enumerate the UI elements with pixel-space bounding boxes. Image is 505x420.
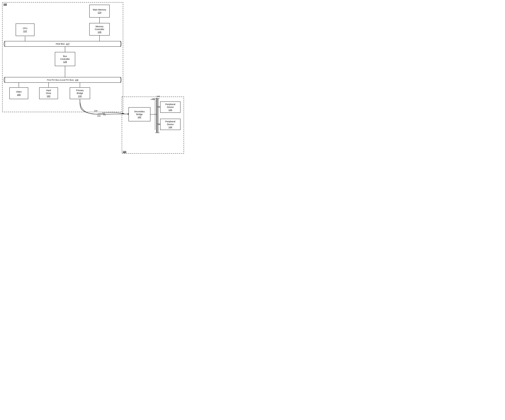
hard-drive-label: HardDrive [46,89,51,95]
label-110: 110 [123,150,126,153]
svg-text:140: 140 [156,95,160,98]
main-memory-box: Main Memory 124 [89,5,110,18]
main-memory-number: 124 [98,11,101,14]
memory-controller-box: MemoryController 126 [89,23,110,36]
peripheral-device-1-number: 144 [168,109,172,111]
primary-bridge-number: 132 [78,95,82,98]
video-label: Video [16,90,22,93]
secondary-bridge-box: SecondaryBridge 142 [128,107,151,121]
peripheral-device-2-box: PeripheralDevice 144 [160,119,181,130]
bus-controller-box: BusController 128 [55,52,75,66]
svg-marker-19 [127,113,128,115]
svg-marker-10 [122,113,125,114]
hard-drive-number: 182 [47,95,50,98]
label-102: 102 [3,3,7,5]
pci-bus: First PCI Bus (Local PCI Bus) 130 [5,77,121,83]
memory-controller-label: MemoryController [95,25,104,31]
peripheral-device-2-label: PeripheralDevice [165,120,175,126]
host-bus-label: Host Bus 127 [56,43,69,45]
svg-line-18 [104,112,106,116]
pci-bus-label: First PCI Bus (Local PCI Bus) 130 [47,79,78,81]
cpu-label: CPU [23,27,27,30]
video-box: Video 180 [9,87,28,99]
primary-bridge-label: PrimaryBridge [76,89,84,95]
diagram-container: Main Memory 124 MemoryController 126 CPU… [0,0,188,157]
main-memory-label: Main Memory [93,8,106,11]
cpu-number: 122 [23,30,27,33]
bus-controller-label: BusController [60,55,70,61]
bus-controller-number: 128 [63,61,67,63]
memory-controller-number: 126 [98,31,101,33]
host-bus: Host Bus 127 [5,41,121,47]
primary-bridge-box: PrimaryBridge 132 [70,87,90,99]
peripheral-device-1-label: PeripheralDevice [165,103,175,109]
secondary-bridge-number: 142 [138,116,141,118]
svg-text:104: 104 [97,115,101,117]
hard-drive-box: HardDrive 182 [39,87,58,99]
label-104: 104 [94,110,97,112]
video-number: 180 [17,93,20,96]
secondary-bridge-label: SecondaryBridge [134,110,145,116]
svg-line-17 [103,112,104,116]
label-140: 140 [152,98,155,100]
peripheral-device-2-number: 144 [168,126,172,129]
cpu-box: CPU 122 [16,24,34,36]
peripheral-device-1-box: PeripheralDevice 144 [160,101,181,113]
